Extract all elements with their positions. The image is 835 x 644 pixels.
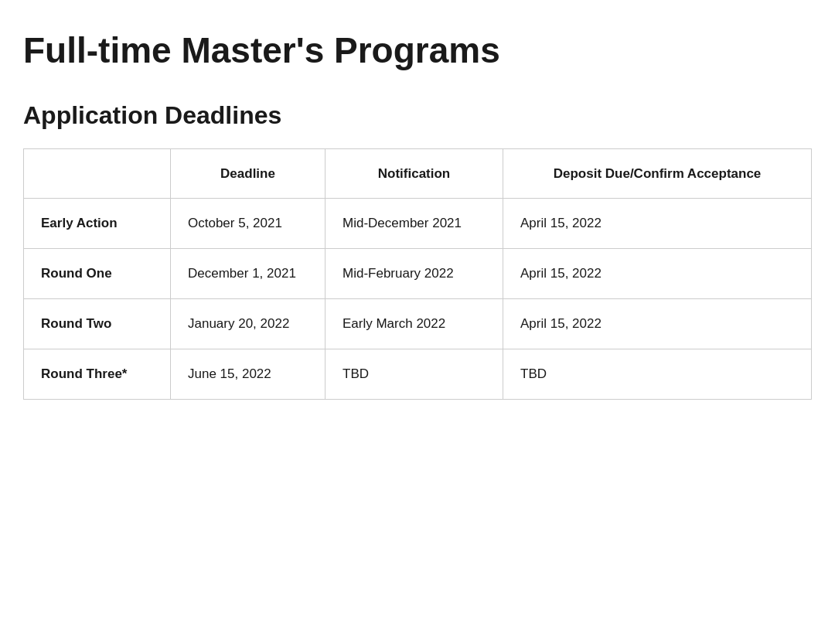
cell-deadline: June 15, 2022 <box>171 349 325 399</box>
cell-round: Round Two <box>24 298 171 349</box>
cell-notification: Mid-December 2021 <box>325 199 503 249</box>
col-header-deposit: Deposit Due/Confirm Acceptance <box>503 148 812 199</box>
cell-deposit: April 15, 2022 <box>503 199 812 249</box>
cell-notification: Early March 2022 <box>325 298 503 349</box>
cell-deadline: October 5, 2021 <box>171 199 325 249</box>
table-row: Round TwoJanuary 20, 2022Early March 202… <box>24 298 812 349</box>
cell-deposit: April 15, 2022 <box>503 249 812 299</box>
cell-round: Round Three* <box>24 349 171 399</box>
table-row: Round OneDecember 1, 2021Mid-February 20… <box>24 249 812 299</box>
cell-round: Early Action <box>24 199 171 249</box>
cell-notification: TBD <box>325 349 503 399</box>
cell-deadline: January 20, 2022 <box>171 298 325 349</box>
table-header-row: Deadline Notification Deposit Due/Confir… <box>24 148 812 199</box>
cell-deadline: December 1, 2021 <box>171 249 325 299</box>
table-row: Round Three*June 15, 2022TBDTBD <box>24 349 812 399</box>
cell-round: Round One <box>24 249 171 299</box>
cell-notification: Mid-February 2022 <box>325 249 503 299</box>
section-title: Application Deadlines <box>23 101 812 130</box>
cell-deposit: April 15, 2022 <box>503 298 812 349</box>
col-header-notification: Notification <box>325 148 503 199</box>
deadlines-table: Deadline Notification Deposit Due/Confir… <box>23 148 812 400</box>
table-row: Early ActionOctober 5, 2021Mid-December … <box>24 199 812 249</box>
page-title: Full-time Master's Programs <box>23 31 812 70</box>
col-header-round <box>24 148 171 199</box>
cell-deposit: TBD <box>503 349 812 399</box>
col-header-deadline: Deadline <box>171 148 325 199</box>
